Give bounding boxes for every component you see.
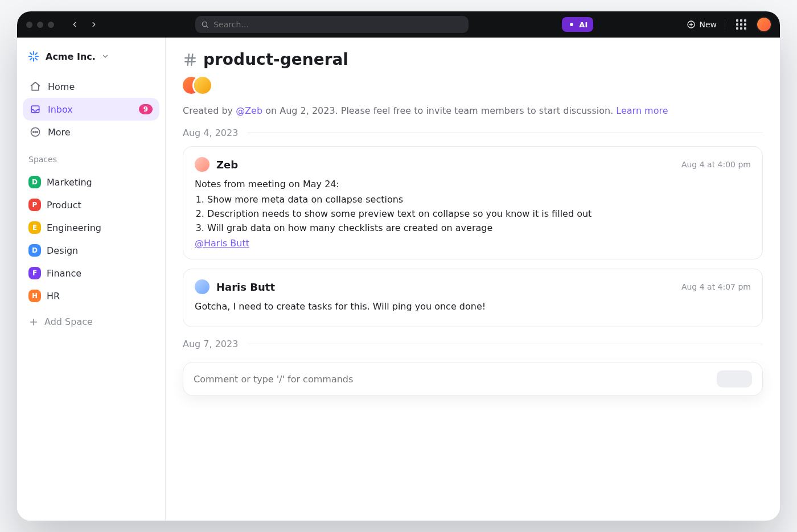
add-space-label: Add Space — [44, 316, 93, 327]
svg-line-11 — [35, 58, 37, 60]
created-prefix: Created by — [183, 105, 236, 116]
author-name: Zeb — [216, 159, 238, 171]
separator — [725, 19, 725, 30]
date-divider: Aug 4, 2023 — [183, 127, 763, 138]
main-content: product-general Created by @Zeb on Aug 2… — [166, 38, 780, 521]
message-list: Show more meta data on collapse sections… — [207, 194, 751, 233]
author-name: Haris Butt — [216, 281, 275, 293]
message-lead: Notes from meeting on May 24: — [195, 179, 751, 189]
app-body: Acme Inc. HomeInbox9More Spaces DMarketi… — [17, 38, 780, 521]
apps-grid-button[interactable] — [733, 17, 749, 32]
svg-line-1 — [207, 26, 208, 28]
topbar-right: New — [687, 17, 771, 32]
window-traffic-lights — [26, 22, 54, 28]
message-time: Aug 4 at 4:00 pm — [681, 160, 751, 169]
svg-line-12 — [35, 53, 37, 55]
date-label: Aug 7, 2023 — [183, 339, 238, 349]
message-body: Gotcha, I need to create tasks for this.… — [195, 301, 751, 312]
list-item: Description needs to show some preview t… — [207, 208, 751, 219]
space-name: Engineering — [47, 222, 101, 233]
svg-line-13 — [30, 58, 32, 60]
composer-input[interactable] — [194, 374, 717, 385]
sidebar: Acme Inc. HomeInbox9More Spaces DMarketi… — [17, 38, 166, 521]
ai-button[interactable]: AI — [562, 17, 593, 32]
nav-forward-button[interactable] — [86, 17, 102, 32]
space-name: Marketing — [47, 177, 92, 188]
list-item: Show more meta data on collapse sections — [207, 194, 751, 205]
space-item-design[interactable]: DDesign — [23, 239, 159, 262]
date-label: Aug 4, 2023 — [183, 127, 238, 138]
sidebar-item-label: More — [48, 127, 153, 138]
sidebar-item-inbox[interactable]: Inbox9 — [23, 98, 159, 121]
composer[interactable] — [183, 362, 763, 396]
add-space-button[interactable]: Add Space — [23, 311, 159, 333]
list-item: Will grab data on how many checklists ar… — [207, 222, 751, 233]
global-search[interactable] — [195, 16, 469, 33]
new-label: New — [699, 20, 717, 29]
space-badge: P — [28, 199, 41, 211]
svg-line-22 — [188, 54, 189, 65]
app-window: AI New Acme Inc. — [17, 11, 780, 521]
date-divider: Aug 7, 2023 — [183, 339, 763, 349]
svg-point-15 — [33, 131, 34, 133]
search-icon — [201, 20, 209, 28]
current-user-avatar[interactable] — [757, 18, 771, 31]
space-item-product[interactable]: PProduct — [23, 193, 159, 216]
send-button[interactable] — [717, 370, 752, 387]
message-header: Zeb Aug 4 at 4:00 pm — [195, 157, 751, 172]
svg-point-17 — [36, 131, 38, 133]
space-badge: D — [28, 244, 41, 257]
space-item-hr[interactable]: HHR — [23, 284, 159, 307]
created-suffix: on Aug 2, 2023. Please feel free to invi… — [262, 105, 616, 116]
hash-icon — [183, 52, 198, 67]
ai-label: AI — [579, 20, 588, 29]
space-item-finance[interactable]: FFinance — [23, 262, 159, 284]
workspace-logo — [27, 50, 40, 63]
sidebar-section-title: Spaces — [23, 147, 159, 167]
home-icon — [30, 81, 41, 92]
space-badge: H — [28, 290, 41, 302]
space-badge: D — [28, 176, 41, 188]
space-item-marketing[interactable]: DMarketing — [23, 171, 159, 193]
message-header: Haris Butt Aug 4 at 4:07 pm — [195, 279, 751, 294]
member-avatar — [194, 77, 211, 94]
message-time: Aug 4 at 4:07 pm — [681, 282, 751, 291]
svg-point-2 — [570, 23, 573, 26]
workspace-switcher[interactable]: Acme Inc. — [23, 46, 159, 72]
author-avatar — [195, 279, 209, 294]
channel-members[interactable] — [183, 77, 763, 94]
space-item-engineering[interactable]: EEngineering — [23, 216, 159, 239]
nav-arrows — [67, 17, 102, 32]
new-button[interactable]: New — [687, 20, 717, 29]
author-avatar — [195, 157, 209, 172]
grid-icon — [736, 19, 746, 30]
mention-link[interactable]: @Haris Butt — [195, 238, 249, 249]
search-input[interactable] — [213, 20, 463, 29]
inbox-icon — [30, 104, 41, 115]
channel-title: product-general — [203, 50, 348, 69]
space-badge: E — [28, 221, 41, 234]
unread-badge: 9 — [139, 104, 153, 114]
channel-subheader: Created by @Zeb on Aug 2, 2023. Please f… — [183, 105, 763, 116]
nav-back-button[interactable] — [67, 17, 83, 32]
creator-mention[interactable]: @Zeb — [236, 105, 262, 116]
space-name: Design — [47, 245, 78, 256]
sidebar-item-home[interactable]: Home — [23, 75, 159, 98]
sidebar-item-more[interactable]: More — [23, 121, 159, 143]
more-icon — [30, 126, 41, 138]
workspace-name: Acme Inc. — [46, 51, 96, 62]
plus-circle-icon — [687, 20, 696, 29]
space-name: Product — [47, 200, 81, 211]
svg-line-10 — [30, 53, 32, 55]
svg-line-23 — [191, 54, 192, 65]
message-card: Haris Butt Aug 4 at 4:07 pm Gotcha, I ne… — [183, 269, 763, 327]
sidebar-item-label: Home — [48, 81, 153, 92]
message-card: Zeb Aug 4 at 4:00 pm Notes from meeting … — [183, 146, 763, 259]
channel-header: product-general — [183, 50, 763, 69]
space-name: HR — [47, 291, 60, 302]
space-badge: F — [28, 267, 41, 279]
learn-more-link[interactable]: Learn more — [616, 105, 668, 116]
chevron-down-icon — [101, 52, 109, 60]
space-name: Finance — [47, 268, 81, 279]
sidebar-item-label: Inbox — [48, 104, 132, 115]
